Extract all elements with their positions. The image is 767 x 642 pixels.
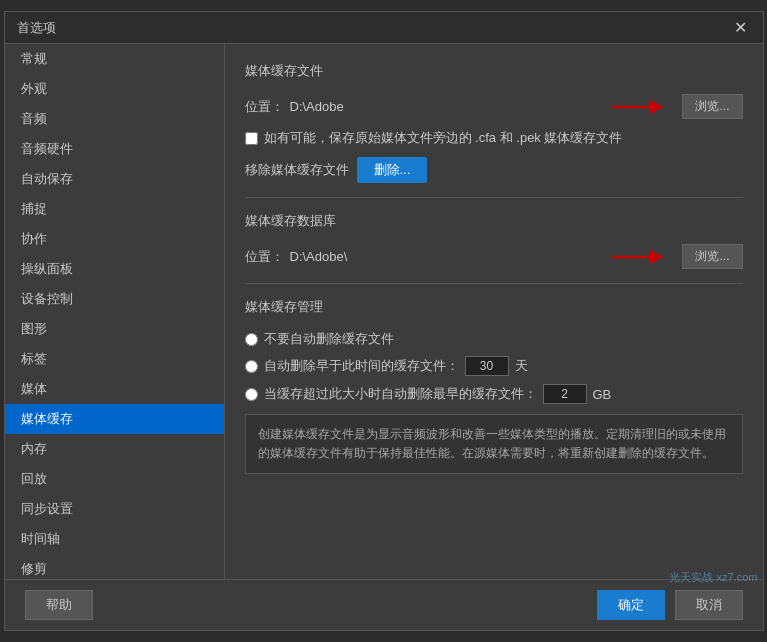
arrow-indicator-1 <box>611 98 671 116</box>
browse-database-button[interactable]: 浏览... <box>682 244 742 269</box>
location-label: 位置： <box>245 98 284 116</box>
sidebar-item-timeline[interactable]: 时间轴 <box>5 524 224 554</box>
ok-button[interactable]: 确定 <box>597 590 665 620</box>
sidebar-item-appearance[interactable]: 外观 <box>5 74 224 104</box>
sidebar-item-device-control[interactable]: 设备控制 <box>5 284 224 314</box>
divider-1 <box>245 197 743 198</box>
remove-cache-label: 移除媒体缓存文件 <box>245 161 349 179</box>
radio-row-1: 不要自动删除缓存文件 <box>245 330 743 348</box>
browse-cache-files-button[interactable]: 浏览... <box>682 94 742 119</box>
close-button[interactable]: ✕ <box>730 18 751 38</box>
help-button[interactable]: 帮助 <box>25 590 93 620</box>
delete-over-size-radio[interactable] <box>245 388 258 401</box>
divider-2 <box>245 283 743 284</box>
location-row: 位置： D:\Adobe 浏览... <box>245 94 743 119</box>
cancel-button[interactable]: 取消 <box>675 590 743 620</box>
arrow-indicator-2 <box>611 248 671 266</box>
sidebar-item-control-surface[interactable]: 操纵面板 <box>5 254 224 284</box>
sidebar-item-auto-save[interactable]: 自动保存 <box>5 164 224 194</box>
sidebar-item-media-cache[interactable]: 媒体缓存 <box>5 404 224 434</box>
checkbox-label[interactable]: 如有可能，保存原始媒体文件旁边的 .cfa 和 .pek 媒体缓存文件 <box>264 129 623 147</box>
sidebar: 常规 外观 音频 音频硬件 自动保存 捕捉 协作 操纵面板 设备控制 图形 标签… <box>5 44 225 579</box>
preferences-dialog: 首选项 ✕ 常规 外观 音频 音频硬件 自动保存 捕捉 协作 操纵面板 设备控制… <box>4 11 764 631</box>
dialog-footer: 帮助 确定 取消 <box>5 579 763 630</box>
sidebar-item-capture[interactable]: 捕捉 <box>5 194 224 224</box>
delete-over-size-label[interactable]: 当缓存超过此大小时自动删除最早的缓存文件： <box>264 385 537 403</box>
sidebar-item-graphics[interactable]: 图形 <box>5 314 224 344</box>
sidebar-item-audio-hardware[interactable]: 音频硬件 <box>5 134 224 164</box>
delete-older-radio[interactable] <box>245 360 258 373</box>
media-cache-management-title: 媒体缓存管理 <box>245 298 743 320</box>
radio-row-2: 自动删除早于此时间的缓存文件： 天 <box>245 356 743 376</box>
sidebar-item-collaboration[interactable]: 协作 <box>5 224 224 254</box>
sidebar-item-playback[interactable]: 回放 <box>5 464 224 494</box>
dialog-body: 常规 外观 音频 音频硬件 自动保存 捕捉 协作 操纵面板 设备控制 图形 标签… <box>5 44 763 579</box>
gb-label: GB <box>593 387 612 402</box>
media-cache-database-title: 媒体缓存数据库 <box>245 212 743 234</box>
title-bar: 首选项 ✕ <box>5 12 763 44</box>
sidebar-item-audio[interactable]: 音频 <box>5 104 224 134</box>
media-cache-files-title: 媒体缓存文件 <box>245 62 743 84</box>
dialog-title: 首选项 <box>17 19 56 37</box>
info-text: 创建媒体缓存文件是为显示音频波形和改善一些媒体类型的播放。定期清理旧的或未使用的… <box>245 414 743 474</box>
delete-older-label[interactable]: 自动删除早于此时间的缓存文件： <box>264 357 459 375</box>
delete-cache-button[interactable]: 删除... <box>357 157 428 183</box>
remove-cache-row: 移除媒体缓存文件 删除... <box>245 157 743 183</box>
content-area: 媒体缓存文件 位置： D:\Adobe 浏览... <box>225 44 763 579</box>
database-path: D:\Adobe\ <box>290 249 348 264</box>
radio-row-3: 当缓存超过此大小时自动删除最早的缓存文件： GB <box>245 384 743 404</box>
sidebar-item-media[interactable]: 媒体 <box>5 374 224 404</box>
save-beside-checkbox[interactable] <box>245 132 258 145</box>
cache-files-path: D:\Adobe <box>290 99 344 114</box>
sidebar-item-labels[interactable]: 标签 <box>5 344 224 374</box>
sidebar-item-memory[interactable]: 内存 <box>5 434 224 464</box>
days-label: 天 <box>515 357 528 375</box>
no-auto-delete-label[interactable]: 不要自动删除缓存文件 <box>264 330 394 348</box>
sidebar-item-trim[interactable]: 修剪 <box>5 554 224 579</box>
database-location-label: 位置： <box>245 248 284 266</box>
gb-input[interactable] <box>543 384 587 404</box>
database-location-row: 位置： D:\Adobe\ 浏览... <box>245 244 743 269</box>
sidebar-item-general[interactable]: 常规 <box>5 44 224 74</box>
sidebar-item-sync-settings[interactable]: 同步设置 <box>5 494 224 524</box>
days-input[interactable] <box>465 356 509 376</box>
no-auto-delete-radio[interactable] <box>245 333 258 346</box>
checkbox-row: 如有可能，保存原始媒体文件旁边的 .cfa 和 .pek 媒体缓存文件 <box>245 129 743 147</box>
